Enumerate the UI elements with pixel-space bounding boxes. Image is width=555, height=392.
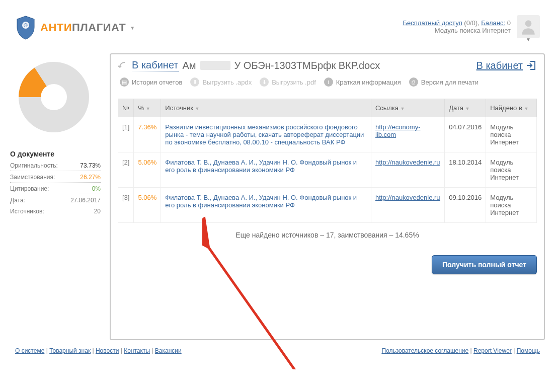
footer-right: Пользовательское соглашение | Report Vie… [381, 347, 540, 354]
download-icon: ⬇ [260, 77, 269, 87]
cell-date: 18.10.2014 [445, 152, 486, 188]
balance-value: 0 [507, 19, 511, 27]
sources-table: № % ▼ Источник ▼ Ссылка ▼ Дата ▼ Найдено… [118, 99, 537, 223]
footer: О системе | Товарный знак | Новости | Ко… [10, 340, 545, 359]
cell-module: Модуль поиска Интернет [486, 152, 537, 188]
cell-date: 09.10.2016 [445, 188, 486, 223]
doc-title-prefix: Ам [183, 60, 196, 71]
sources-value: 20 [94, 208, 101, 215]
shield-icon: © [15, 15, 36, 40]
cell-src: Развитие инвестиционных механизмов росси… [161, 117, 371, 152]
sidebar-title: О документе [10, 150, 101, 158]
originality-donut [10, 53, 98, 141]
svg-point-4 [41, 84, 67, 110]
cell-num: [2] [118, 152, 134, 188]
info-icon: i [324, 77, 333, 87]
logo[interactable]: © АНТИПЛАГИАТ ▼ [15, 15, 135, 40]
avatar[interactable]: ▼ [517, 15, 540, 38]
back-to-cabinet-link[interactable]: В кабинет [132, 59, 179, 71]
doc-title-suffix: У ОБЭн-1303ТМБрфк ВКР.docx [234, 60, 380, 71]
module-line: Модуль поиска Интернет [403, 27, 511, 34]
col-link[interactable]: Ссылка ▼ [371, 99, 444, 117]
chevron-down-icon: ▼ [526, 37, 531, 42]
sources-label: Источников: [10, 208, 44, 215]
footer-link[interactable]: Контакты [124, 347, 150, 354]
cell-num: [1] [118, 117, 134, 152]
sort-icon: ▼ [524, 106, 528, 111]
user-icon [519, 17, 538, 36]
cell-module: Модуль поиска Интернет [486, 188, 537, 223]
footer-link[interactable]: Report Viewer [473, 347, 512, 354]
cell-link: http://economy-lib.com [371, 117, 444, 152]
full-report-button[interactable]: Получить полный отчет [432, 255, 537, 274]
history-tool[interactable]: ▤История отчетов [120, 77, 182, 87]
export-pdf-tool: ⬇Выгрузить .pdf [260, 77, 316, 87]
cabinet-link[interactable]: В кабинет [477, 60, 523, 71]
table-row: [1]7.36%Развитие инвестиционных механизм… [118, 117, 537, 152]
footer-link[interactable]: Вакансии [155, 347, 182, 354]
sidebar: О документе Оригинальность:73.73% Заимст… [10, 53, 101, 340]
borrowing-value: 26.27% [80, 174, 101, 181]
sort-icon: ▼ [146, 106, 150, 111]
svg-point-2 [525, 20, 532, 27]
footer-link[interactable]: Товарный знак [49, 347, 91, 354]
balance-link[interactable]: Баланс: [481, 19, 505, 27]
export-apdx-tool: ⬇Выгрузить .apdx [190, 77, 252, 87]
originality-value: 73.73% [80, 162, 101, 169]
user-block: Бесплатный доступ (0/0), Баланс: 0 Модул… [403, 15, 540, 38]
cell-date: 04.07.2016 [445, 117, 486, 152]
cell-pct: 7.36% [134, 117, 161, 152]
footer-link[interactable]: Пользовательское соглашение [381, 347, 468, 354]
more-sources-row: Еще найдено источников – 17, заимствован… [118, 223, 537, 247]
col-date[interactable]: Дата ▼ [445, 99, 486, 117]
free-access-value: (0/0), [464, 19, 479, 27]
header: © АНТИПЛАГИАТ ▼ Бесплатный доступ (0/0),… [10, 5, 545, 45]
footer-link[interactable]: Помощь [517, 347, 540, 354]
table-row: [3]5.06%Филатова Т. В., Дунаева А. И., У… [118, 188, 537, 223]
col-src[interactable]: Источник ▼ [161, 99, 371, 117]
download-icon: ⬇ [190, 77, 199, 87]
back-arrow-icon[interactable] [118, 60, 128, 70]
cell-src: Филатова Т. В., Дунаева А. И., Удачин Н.… [161, 188, 371, 223]
footer-left: О системе | Товарный знак | Новости | Ко… [15, 347, 182, 354]
sort-icon: ▼ [401, 106, 405, 111]
footer-link[interactable]: О системе [15, 347, 44, 354]
content-panel: В кабинет Ам У ОБЭн-1303ТМБрфк ВКР.docx … [110, 53, 545, 340]
col-pct[interactable]: % ▼ [134, 99, 161, 117]
col-num[interactable]: № [118, 99, 134, 117]
exit-icon[interactable] [526, 60, 537, 71]
print-icon: ⎙ [409, 77, 418, 87]
page-icon: ▤ [120, 77, 129, 87]
brief-info-tool[interactable]: iКраткая информация [324, 77, 401, 87]
cell-module: Модуль поиска Интернет [486, 117, 537, 152]
sort-icon: ▼ [195, 106, 199, 111]
table-row: [2]5.06%Филатова Т. В., Дунаева А. И., У… [118, 152, 537, 188]
col-found[interactable]: Найдено в ▼ [486, 99, 537, 117]
logo-text-plag: ПЛАГИАТ [72, 21, 126, 34]
date-label: Дата: [10, 197, 25, 204]
source-link[interactable]: http://economy-lib.com [375, 123, 421, 138]
footer-link[interactable]: Новости [96, 347, 119, 354]
toolbar: ▤История отчетов ⬇Выгрузить .apdx ⬇Выгру… [118, 73, 537, 95]
print-tool[interactable]: ⎙Версия для печати [409, 77, 479, 87]
cell-link: http://naukovedenie.ru [371, 188, 444, 223]
redacted-block [200, 61, 230, 70]
free-access-link[interactable]: Бесплатный доступ [403, 19, 462, 27]
chevron-down-icon[interactable]: ▼ [130, 25, 135, 31]
sort-icon: ▼ [465, 106, 470, 111]
cell-pct: 5.06% [134, 188, 161, 223]
logo-text-anti: АНТИ [40, 21, 72, 34]
cell-num: [3] [118, 188, 134, 223]
svg-text:©: © [24, 23, 28, 28]
cell-src: Филатова Т. В., Дунаева А. И., Удачин Н.… [161, 152, 371, 188]
cell-link: http://naukovedenie.ru [371, 152, 444, 188]
date-value: 27.06.2017 [70, 197, 101, 204]
citation-value: 0% [92, 185, 101, 192]
originality-label: Оригинальность: [10, 162, 58, 169]
cell-pct: 5.06% [134, 152, 161, 188]
source-link[interactable]: http://naukovedenie.ru [375, 159, 440, 166]
borrowing-label: Заимствования: [10, 174, 55, 181]
citation-label: Цитирование: [10, 185, 49, 192]
source-link[interactable]: http://naukovedenie.ru [375, 194, 440, 201]
